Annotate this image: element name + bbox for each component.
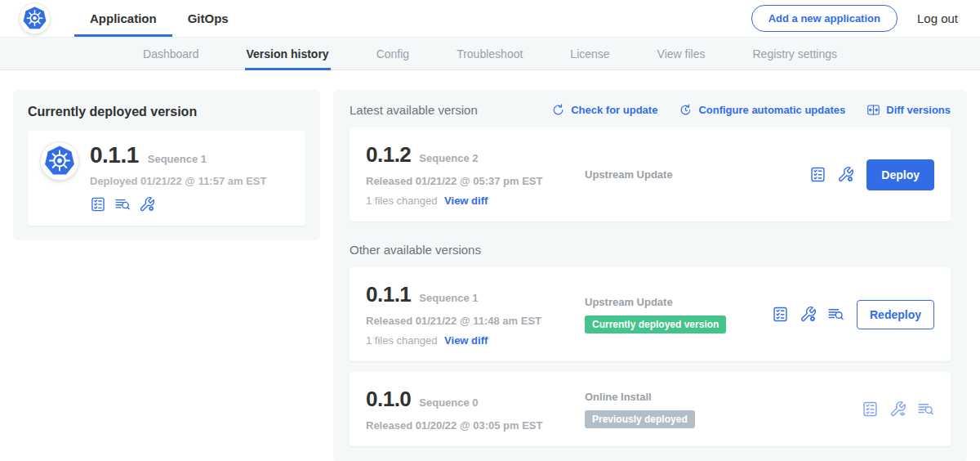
- checklist-icon[interactable]: [772, 306, 789, 323]
- wrench-gear-icon[interactable]: [139, 196, 155, 213]
- version-released-timestamp: Released 01/21/22 @ 11:48 am EST: [366, 315, 568, 327]
- deployed-version-card: 0.1.1 Sequence 1 Deployed 01/21/22 @ 11:…: [28, 131, 305, 226]
- latest-version-list: 0.1.2 Sequence 2 Released 01/21/22 @ 05:…: [350, 128, 951, 222]
- list-magnifier-icon[interactable]: [917, 401, 934, 418]
- refresh-icon: [551, 103, 565, 117]
- files-changed-row: 1 files changed View diff: [366, 195, 568, 207]
- checklist-icon[interactable]: [862, 401, 879, 418]
- main-content: Currently deployed version 0: [0, 70, 980, 461]
- currently-deployed-panel: Currently deployed version 0: [13, 90, 320, 240]
- deploy-status-badge: Previously deployed: [585, 410, 695, 428]
- wrench-eye-icon[interactable]: [889, 401, 906, 418]
- action-label: Configure automatic updates: [698, 104, 845, 116]
- header-tab-gitops[interactable]: GitOps: [172, 0, 244, 37]
- version-source-column: Upstream Update: [568, 168, 809, 181]
- version-action-icons: [862, 401, 934, 418]
- version-sequence: Sequence 2: [419, 152, 478, 164]
- app-logo: [20, 3, 50, 34]
- kubernetes-icon: [43, 145, 76, 177]
- version-released-timestamp: Released 01/20/22 @ 03:05 pm EST: [366, 419, 568, 432]
- header-tabs: ApplicationGitOps: [74, 0, 244, 37]
- version-info: 0.1.2 Sequence 2 Released 01/21/22 @ 05:…: [366, 142, 568, 207]
- tab-dashboard[interactable]: Dashboard: [143, 38, 199, 69]
- logout-button[interactable]: Log out: [917, 11, 958, 25]
- version-card: 0.1.0 Sequence 0 Released 01/20/22 @ 03:…: [350, 372, 951, 446]
- version-info: 0.1.0 Sequence 0 Released 01/20/22 @ 03:…: [366, 387, 568, 432]
- tab-troubleshoot[interactable]: Troubleshoot: [457, 38, 523, 69]
- version-number: 0.1.1: [366, 282, 411, 307]
- deployed-version-sequence: Sequence 1: [148, 153, 207, 165]
- version-actions: Deploy: [809, 159, 934, 190]
- add-application-button[interactable]: Add a new application: [751, 5, 898, 32]
- configure-automatic-updates-link[interactable]: Configure automatic updates: [679, 103, 845, 117]
- version-actions: Redeploy: [772, 300, 934, 329]
- version-number: 0.1.0: [366, 387, 411, 412]
- checklist-icon[interactable]: [809, 166, 826, 183]
- version-action-icons: [772, 306, 844, 323]
- wrench-gear-icon[interactable]: [800, 306, 817, 323]
- tab-registry-settings[interactable]: Registry settings: [753, 38, 837, 69]
- version-action-icons: [809, 166, 854, 183]
- deployed-panel-title: Currently deployed version: [28, 105, 305, 119]
- version-sequence: Sequence 1: [419, 292, 478, 304]
- redeploy-button[interactable]: Redeploy: [857, 300, 934, 329]
- version-source-label: Upstream Update: [585, 296, 772, 308]
- wrench-gear-icon[interactable]: [837, 166, 854, 183]
- list-magnifier-icon[interactable]: [827, 306, 844, 323]
- list-magnifier-icon[interactable]: [114, 196, 131, 213]
- available-panel-header: Latest available version Check for updat…: [350, 103, 951, 117]
- version-released-timestamp: Released 01/21/22 @ 05:37 pm EST: [366, 175, 568, 187]
- deployed-version-number: 0.1.1: [90, 142, 139, 168]
- other-version-list: 0.1.1 Sequence 1 Released 01/21/22 @ 11:…: [350, 267, 951, 446]
- files-changed-row: 1 files changed View diff: [366, 334, 568, 347]
- tab-version-history[interactable]: Version history: [247, 38, 329, 69]
- kubernetes-icon: [22, 6, 47, 31]
- action-label: Diff versions: [886, 104, 951, 116]
- deploy-button[interactable]: Deploy: [866, 159, 934, 190]
- version-source-column: Online Install Previously deployed: [568, 391, 862, 428]
- action-label: Check for update: [571, 104, 657, 116]
- clock-refresh-icon: [679, 103, 693, 117]
- tab-license[interactable]: License: [570, 38, 609, 69]
- diff-icon: [866, 103, 880, 117]
- app-logo: [41, 142, 78, 180]
- top-header: ApplicationGitOps Add a new application …: [0, 0, 980, 37]
- header-tab-application[interactable]: Application: [74, 0, 172, 37]
- checklist-icon[interactable]: [90, 196, 106, 213]
- tab-view-files[interactable]: View files: [657, 38, 706, 69]
- header-right: Add a new application Log out: [751, 5, 980, 32]
- version-number: 0.1.2: [366, 142, 411, 168]
- latest-available-title: Latest available version: [350, 103, 478, 117]
- view-diff-link[interactable]: View diff: [444, 195, 488, 207]
- available-versions-panel: Latest available version Check for updat…: [333, 90, 967, 461]
- version-source-label: Upstream Update: [585, 168, 809, 181]
- view-diff-link[interactable]: View diff: [444, 334, 488, 347]
- version-source-label: Online Install: [585, 391, 862, 403]
- files-changed-label: 1 files changed: [366, 195, 437, 207]
- check-for-update-link[interactable]: Check for update: [551, 103, 657, 117]
- deploy-status-badge: Currently deployed version: [585, 316, 726, 333]
- other-versions-title: Other available versions: [350, 243, 951, 257]
- version-info: 0.1.1 Sequence 1 Released 01/21/22 @ 11:…: [366, 282, 568, 347]
- deployed-version-icons: [90, 196, 266, 213]
- tab-config[interactable]: Config: [376, 38, 409, 69]
- diff-versions-link[interactable]: Diff versions: [866, 103, 951, 117]
- version-sequence: Sequence 0: [419, 396, 478, 409]
- version-card: 0.1.2 Sequence 2 Released 01/21/22 @ 05:…: [350, 128, 951, 222]
- files-changed-label: 1 files changed: [366, 334, 437, 347]
- version-actions: [862, 401, 934, 418]
- panel-actions: Check for updateConfigure automatic upda…: [551, 103, 951, 117]
- version-card: 0.1.1 Sequence 1 Released 01/21/22 @ 11:…: [350, 267, 951, 361]
- deployed-timestamp: Deployed 01/21/22 @ 11:57 am EST: [90, 175, 266, 187]
- version-source-column: Upstream Update Currently deployed versi…: [568, 296, 772, 333]
- subnav: DashboardVersion historyConfigTroublesho…: [0, 37, 980, 70]
